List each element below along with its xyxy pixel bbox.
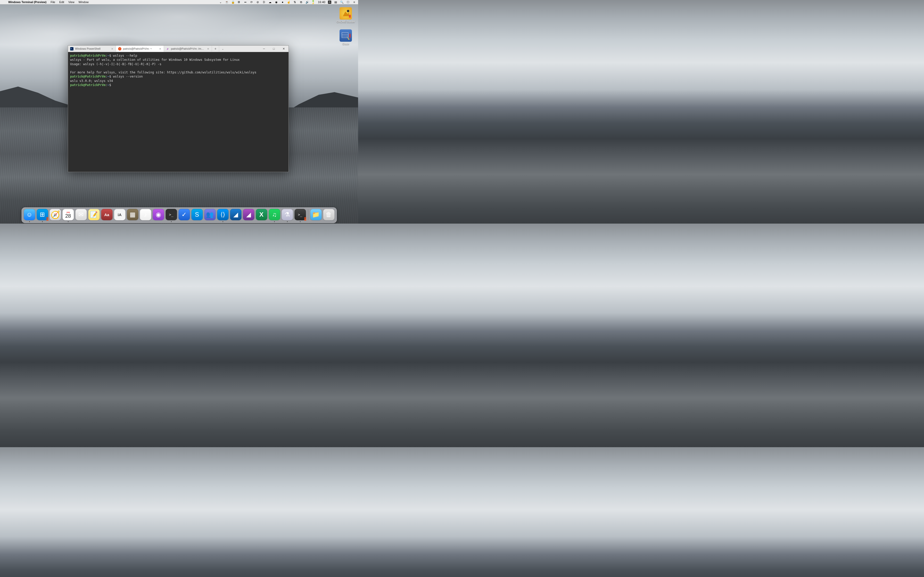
- sync-icon[interactable]: ⟳: [250, 0, 254, 4]
- tab-close-button[interactable]: ×: [207, 47, 210, 51]
- svg-point-0: [347, 10, 349, 12]
- minimize-button[interactable]: ─: [259, 47, 269, 50]
- menu-file[interactable]: File: [48, 0, 57, 3]
- prompt-cwd: ~: [108, 83, 109, 87]
- tab-label: Windows PowerShell: [75, 47, 100, 50]
- terminal-window: >_ Windows PowerShell × ◦ patrick@Patric…: [68, 45, 289, 172]
- dot-icon[interactable]: ●: [281, 0, 284, 4]
- desktop-icon-gnome-builder[interactable]: GNOME Builder: [336, 7, 355, 23]
- dock-item-finder[interactable]: ☺: [24, 209, 35, 220]
- affinity-photo-icon: ◢: [246, 211, 251, 218]
- dock-item-todo[interactable]: ✓: [178, 209, 190, 220]
- dock-item-trash[interactable]: 🗑: [323, 209, 334, 220]
- dock-item-music[interactable]: ♪: [140, 209, 151, 220]
- menu-view[interactable]: View: [66, 0, 77, 3]
- circle-icon[interactable]: ◉: [275, 0, 278, 4]
- dock-item-emacs[interactable]: ⚗: [281, 209, 293, 220]
- prompt-cwd: ~: [108, 54, 109, 58]
- shield-icon[interactable]: ⛨: [237, 0, 241, 4]
- terminal-titlebar[interactable]: >_ Windows PowerShell × ◦ patrick@Patric…: [68, 45, 289, 52]
- battery-icon[interactable]: 🔋⚡: [312, 0, 315, 4]
- volume-icon[interactable]: 🔊: [305, 0, 309, 4]
- menu-window[interactable]: Window: [77, 0, 91, 3]
- dock: ☺⊞🧭JAN28✉📝AaiA▦♪◉>_✓S👥⟨⟩◢◢X♫⚗>_📁🗑: [21, 207, 337, 223]
- skype-icon: S: [195, 211, 199, 218]
- input-source-icon[interactable]: A: [328, 0, 331, 4]
- dock-item-dictionary[interactable]: Aa: [101, 209, 112, 220]
- wifi-icon[interactable]: ⧉: [299, 0, 303, 4]
- dock-item-terminal-mac[interactable]: >_: [165, 209, 177, 220]
- desktop-icon-glade[interactable]: Glade: [336, 29, 355, 45]
- close-button[interactable]: ✕: [279, 47, 289, 50]
- dock-item-affinity-photo[interactable]: ◢: [243, 209, 254, 220]
- prompt-user-host: patrick@PatrickPrVm: [70, 54, 105, 58]
- tab-dropdown-button[interactable]: ⌄: [219, 45, 226, 52]
- podcasts-icon: ◉: [156, 211, 161, 218]
- command-text: wslsys --version: [111, 75, 143, 78]
- dock-item-skype[interactable]: S: [191, 209, 203, 220]
- output-line: For more help for wslsys, visit the foll…: [70, 71, 256, 74]
- downloads-icon: 📁: [312, 211, 320, 218]
- dock-item-calendar[interactable]: JAN28: [62, 209, 74, 220]
- vscode-icon: ⟨⟩: [220, 211, 225, 218]
- app-menu[interactable]: Windows Terminal (Preview): [6, 0, 48, 3]
- tab-close-button[interactable]: ×: [158, 47, 162, 51]
- output-line: wslsys - Part of wslu, a collection of u…: [70, 58, 239, 61]
- dock-item-affinity-designer[interactable]: ◢: [230, 209, 241, 220]
- tab-powershell[interactable]: >_ Windows PowerShell ×: [68, 45, 116, 52]
- cloud-icon[interactable]: ☁: [268, 0, 272, 4]
- prompt-user-host: patrick@PatrickPrVm: [70, 75, 105, 78]
- coffee-icon[interactable]: ☕: [225, 0, 229, 4]
- sidebar-icon[interactable]: ▤: [334, 0, 338, 4]
- hand-icon[interactable]: ☝: [287, 0, 291, 4]
- dash-icon[interactable]: ⊘: [256, 0, 260, 4]
- tab-ubuntu-home[interactable]: ◦ patrick@PatrickPrVm: ~ ×: [116, 45, 164, 52]
- pause-badge-icon: [304, 217, 306, 221]
- menubar-status: ⌄ ☕ 🔒 ⛨ ▪▪ ⟳ ⊘ D ☁ ◉ ● ☝ ⇅ ⧉ 🔊 🔋⚡ 16:40 …: [219, 0, 356, 4]
- chevron-down-icon[interactable]: ⌄: [219, 0, 223, 4]
- prompt-user-host: patrick@PatrickPrVm: [70, 83, 105, 87]
- tab-label: patrick@PatrickPrVm: ~: [123, 47, 152, 50]
- dock-item-mail[interactable]: ✉: [75, 209, 87, 220]
- windows-explorer-icon: ⊞: [40, 211, 45, 218]
- dock-item-downloads[interactable]: 📁: [310, 209, 321, 220]
- maximize-button[interactable]: □: [269, 47, 279, 50]
- dock-item-windows-terminal[interactable]: >_: [294, 209, 306, 220]
- dictionary-icon: Aa: [104, 213, 109, 217]
- terminal-content[interactable]: patrick@PatrickPrVm:~$ wslsys --help wsl…: [68, 52, 289, 172]
- letter-d-icon[interactable]: D: [262, 0, 266, 4]
- tab-pengwin-mnt[interactable]: ρ patrick@PatrickPrVm: /mnt/mac ×: [164, 45, 212, 52]
- box-icon: ▦: [130, 211, 136, 218]
- control-center-icon[interactable]: ☐: [346, 0, 350, 4]
- new-tab-button[interactable]: +: [212, 45, 219, 52]
- dock-item-teams[interactable]: 👥: [204, 209, 215, 220]
- dock-item-safari[interactable]: 🧭: [50, 209, 61, 220]
- menu-edit[interactable]: Edit: [57, 0, 66, 3]
- lock-icon[interactable]: 🔒: [231, 0, 235, 4]
- input-cursor[interactable]: [111, 83, 113, 87]
- dock-item-vscode[interactable]: ⟨⟩: [217, 209, 228, 220]
- svg-rect-2: [350, 15, 351, 18]
- dock-item-box[interactable]: ▦: [127, 209, 138, 220]
- dock-item-windows-explorer[interactable]: ⊞: [37, 209, 48, 220]
- tab-close-button[interactable]: ×: [111, 47, 114, 51]
- dock-item-podcasts[interactable]: ◉: [153, 209, 164, 220]
- svg-rect-1: [349, 15, 350, 18]
- svg-rect-7: [350, 34, 351, 38]
- docker-icon[interactable]: ▪▪: [244, 0, 247, 4]
- dock-item-notes[interactable]: 📝: [88, 209, 100, 220]
- updown-icon[interactable]: ⇅: [293, 0, 297, 4]
- notification-center-icon[interactable]: ≡: [352, 0, 356, 4]
- tab-label: patrick@PatrickPrVm: /mnt/mac: [171, 47, 204, 50]
- output-line: Usage: wslsys (-h|-v|-I|-b|-B|-fB|-U|-R|…: [70, 62, 162, 66]
- menubar-clock[interactable]: 16:40: [318, 0, 325, 3]
- spotify-icon: ♫: [272, 211, 277, 218]
- ubuntu-icon: ◦: [118, 47, 121, 50]
- dock-separator: [308, 210, 308, 220]
- spotlight-icon[interactable]: 🔍: [340, 0, 344, 4]
- powershell-icon: >_: [70, 47, 73, 50]
- dock-item-excel[interactable]: X: [256, 209, 267, 220]
- dock-item-ia-writer[interactable]: iA: [114, 209, 125, 220]
- dock-item-spotify[interactable]: ♫: [269, 209, 280, 220]
- safari-icon: 🧭: [50, 210, 60, 219]
